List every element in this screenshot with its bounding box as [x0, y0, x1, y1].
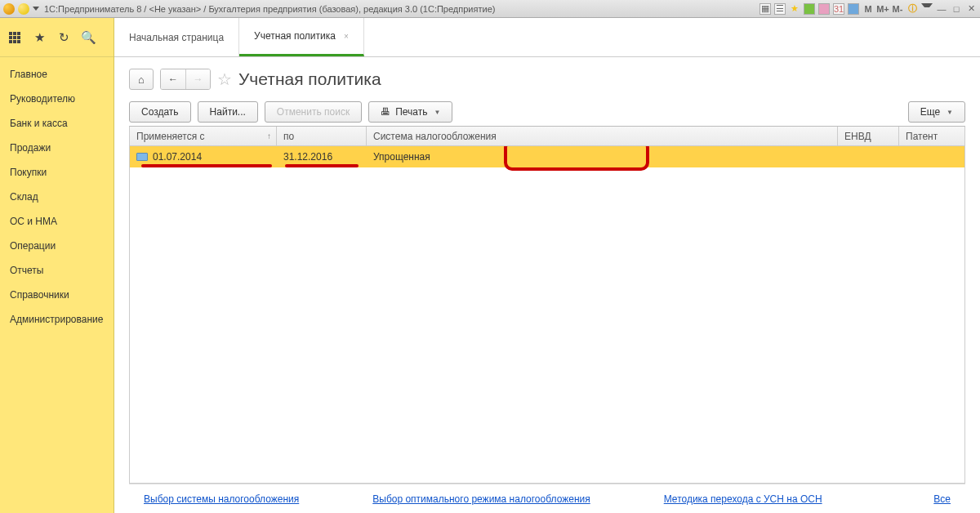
- annotation-underline-1: [141, 164, 272, 167]
- sidebar-item-purchases[interactable]: Покупки: [0, 160, 114, 185]
- tab-label: Начальная страница: [129, 32, 224, 43]
- nav-back-button[interactable]: ←: [161, 69, 185, 89]
- sidebar-item-sales[interactable]: Продажи: [0, 136, 114, 160]
- col-header-to[interactable]: по: [277, 127, 367, 145]
- grid-header: Применяется с ↑ по Система налогообложен…: [130, 127, 964, 146]
- create-button[interactable]: Создать: [129, 101, 191, 123]
- toolbar-icon-pink[interactable]: [818, 3, 830, 15]
- sidebar-item-reports[interactable]: Отчеты: [0, 258, 114, 283]
- tab-bar: Начальная страница Учетная политика ×: [114, 18, 980, 57]
- sidebar-item-warehouse[interactable]: Склад: [0, 185, 114, 209]
- toolbar-icon-2[interactable]: ☰: [774, 3, 786, 15]
- print-button[interactable]: 🖶 Печать ▼: [368, 101, 452, 123]
- page-header: ⌂ ← → ☆ Учетная политика: [129, 69, 965, 90]
- m-plus-icon[interactable]: M+: [877, 3, 889, 15]
- more-button[interactable]: Еще ▼: [908, 101, 965, 123]
- page-toolbar: Создать Найти... Отменить поиск 🖶 Печать…: [129, 101, 965, 123]
- chevron-down-icon: ▼: [434, 109, 440, 116]
- print-label: Печать: [395, 106, 427, 118]
- col-header-envd[interactable]: ЕНВД: [838, 127, 899, 145]
- toolbar-icon-1[interactable]: ▦: [760, 3, 771, 15]
- data-grid: Применяется с ↑ по Система налогообложен…: [129, 126, 965, 484]
- sidebar-item-main[interactable]: Главное: [0, 62, 114, 87]
- tab-label: Учетная политика: [254, 30, 336, 42]
- star-icon[interactable]: ★: [789, 3, 800, 15]
- toolbar-icon-blue[interactable]: [848, 3, 859, 15]
- calendar-icon[interactable]: 31: [833, 3, 844, 15]
- sidebar-item-bank[interactable]: Банк и касса: [0, 111, 114, 136]
- minimize-button[interactable]: —: [936, 3, 947, 15]
- tab-close-icon[interactable]: ×: [344, 32, 349, 41]
- find-button[interactable]: Найти...: [198, 101, 258, 123]
- sidebar-item-operations[interactable]: Операции: [0, 234, 114, 258]
- search-icon[interactable]: 🔍: [82, 31, 95, 44]
- sidebar-item-directories[interactable]: Справочники: [0, 283, 114, 307]
- home-button[interactable]: ⌂: [129, 69, 154, 90]
- col-header-from[interactable]: Применяется с ↑: [130, 127, 277, 145]
- titlebar-left-icons: [3, 3, 39, 15]
- footer-link-tax-system[interactable]: Выбор системы налогообложения: [144, 493, 299, 505]
- star-outline-icon[interactable]: ★: [33, 31, 46, 44]
- main-area: Начальная страница Учетная политика × ⌂ …: [114, 18, 980, 513]
- footer-link-transition[interactable]: Методика перехода с УСН на ОСН: [664, 493, 822, 505]
- favorite-star-icon[interactable]: ☆: [217, 69, 232, 89]
- cell-envd: [838, 146, 899, 167]
- grid-body[interactable]: 01.07.2014 31.12.2016 Упрощенная: [130, 146, 964, 483]
- nav-buttons: ← →: [160, 69, 211, 90]
- sidebar: ★ ↻ 🔍 Главное Руководителю Банк и касса …: [0, 18, 114, 513]
- maximize-button[interactable]: □: [951, 3, 962, 15]
- titlebar-dropdown-icon[interactable]: [33, 7, 39, 11]
- window-title: 1С:Предприниматель 8 / <Не указан> / Бух…: [44, 4, 495, 14]
- page-content: ⌂ ← → ☆ Учетная политика Создать Найти..…: [114, 57, 980, 513]
- sidebar-item-manager[interactable]: Руководителю: [0, 87, 114, 111]
- sidebar-toolbar: ★ ↻ 🔍: [0, 18, 114, 57]
- cell-patent: [899, 146, 964, 167]
- tab-accounting-policy[interactable]: Учетная политика ×: [239, 18, 364, 56]
- info-icon[interactable]: ⓘ: [906, 3, 918, 15]
- m-icon[interactable]: M: [862, 3, 874, 15]
- cell-tax-system: Упрощенная: [367, 146, 838, 167]
- sidebar-item-admin[interactable]: Администрирование: [0, 307, 114, 332]
- window-titlebar: 1С:Предприниматель 8 / <Не указан> / Бух…: [0, 0, 980, 18]
- toolbar-icon-green[interactable]: [804, 3, 815, 15]
- col-header-patent[interactable]: Патент: [899, 127, 964, 145]
- footer-link-all[interactable]: Все: [933, 493, 951, 505]
- printer-icon: 🖶: [381, 106, 390, 118]
- chevron-down-icon: ▼: [947, 109, 953, 116]
- sort-indicator: ↑: [267, 132, 271, 141]
- history-icon[interactable]: ↻: [57, 31, 70, 44]
- app-icon[interactable]: [3, 3, 15, 15]
- sidebar-item-assets[interactable]: ОС и НМА: [0, 209, 114, 234]
- close-button[interactable]: ✕: [965, 3, 977, 15]
- tab-start-page[interactable]: Начальная страница: [114, 18, 239, 56]
- page-footer: Выбор системы налогообложения Выбор опти…: [129, 484, 965, 513]
- col-header-system[interactable]: Система налогообложения: [367, 127, 838, 145]
- app-secondary-icon[interactable]: [18, 3, 29, 15]
- titlebar-right-icons: ▦ ☰ ★ 31 M M+ M- ⓘ — □ ✕: [760, 3, 977, 15]
- page-title: Учетная политика: [238, 69, 381, 89]
- m-minus-icon[interactable]: M-: [892, 3, 903, 15]
- annotation-underline-2: [285, 164, 359, 167]
- row-icon: [136, 153, 148, 161]
- more-label: Еще: [920, 106, 940, 118]
- nav-forward-button[interactable]: →: [185, 69, 210, 89]
- titlebar-dropdown-2[interactable]: [921, 3, 933, 15]
- cancel-search-button[interactable]: Отменить поиск: [265, 101, 362, 123]
- apps-grid-icon[interactable]: [8, 31, 21, 44]
- footer-link-optimal[interactable]: Выбор оптимального режима налогообложени…: [372, 493, 590, 505]
- sidebar-menu: Главное Руководителю Банк и касса Продаж…: [0, 57, 114, 337]
